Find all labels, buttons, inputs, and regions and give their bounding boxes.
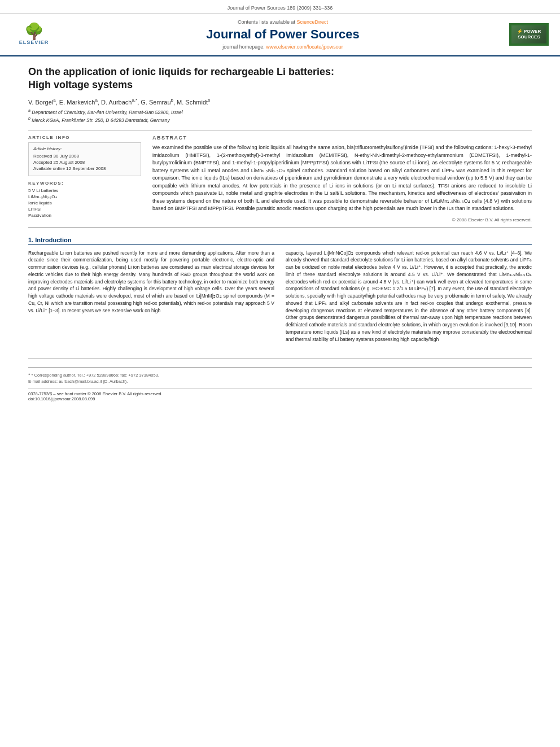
page-footer: * * Corresponding author. Tel.: +972 528… bbox=[28, 359, 532, 384]
author-4: G. Semrau bbox=[141, 98, 170, 105]
email-note: E-mail address: aurbach@mail.biu.ac.il (… bbox=[28, 379, 532, 384]
article-history-label: Article history: bbox=[33, 146, 136, 151]
authors-line: V. Borgela, E. Markevicha, D. Aurbacha,*… bbox=[28, 98, 532, 106]
affiliations: a Department of Chemistry, Bar-Ilan Univ… bbox=[28, 108, 532, 123]
article-history-box: Article history: Received 30 July 2008 A… bbox=[28, 142, 141, 176]
journal-banner: 🌳 ELSEVIER Contents lists available at S… bbox=[0, 14, 560, 56]
journal-homepage-line: journal homepage: www.elsevier.com/locat… bbox=[56, 44, 509, 50]
introduction-body: Rechargeable Li ion batteries are pushed… bbox=[28, 250, 532, 348]
sciencedirect-line: Contents lists available at ScienceDirec… bbox=[56, 19, 509, 25]
abstract-heading: ABSTRACT bbox=[152, 135, 532, 141]
intro-col-right: capacity, layered Li[MnNiCo]O₂ compounds… bbox=[286, 250, 532, 348]
journal-homepage-url[interactable]: www.elsevier.com/locate/jpowsour bbox=[266, 44, 343, 50]
journal-center-info: Contents lists available at ScienceDirec… bbox=[56, 19, 509, 50]
keywords-section: Keywords: 5 V Li batteries LiMn₁.₅Ni₀.₅O… bbox=[28, 181, 141, 218]
keyword-3: Ionic liquids bbox=[28, 200, 141, 206]
intro-para-1: Rechargeable Li ion batteries are pushed… bbox=[28, 250, 274, 314]
article-info-heading: ARTICLE INFO bbox=[28, 135, 141, 140]
divider-2 bbox=[28, 227, 532, 228]
keyword-2: LiMn₁.₅Ni₀.₅O₄ bbox=[28, 194, 141, 199]
author-2: E. Markevich bbox=[59, 98, 95, 105]
divider-1 bbox=[28, 130, 532, 130]
available-date: Available online 12 September 2008 bbox=[33, 166, 136, 171]
introduction-title: 1. Introduction bbox=[28, 237, 532, 245]
issn-doi-line: 0378-7753/$ – see front matter © 2008 El… bbox=[28, 388, 532, 401]
corresponding-author-note: * * Corresponding author. Tel.: +972 528… bbox=[28, 372, 532, 378]
elsevier-tree-icon: 🌳 bbox=[11, 24, 56, 40]
introduction-section: 1. Introduction Rechargeable Li ion batt… bbox=[28, 237, 532, 348]
issn-line: 0378-7753/$ – see front matter © 2008 El… bbox=[28, 391, 532, 396]
author-5: M. Schmidt bbox=[177, 98, 208, 105]
keyword-4: LiTFSI bbox=[28, 207, 141, 212]
elsevier-logo: 🌳 ELSEVIER bbox=[11, 24, 56, 45]
article-title: On the application of ionic liquids for … bbox=[28, 65, 532, 92]
copyright-line: © 2008 Elsevier B.V. All rights reserved… bbox=[152, 217, 532, 222]
doi-line: doi:10.1016/j.jpowsour.2008.08.099 bbox=[28, 396, 532, 401]
elsevier-label: ELSEVIER bbox=[11, 40, 56, 45]
power-sources-logo-inner: ⚡ POWERSOURCES bbox=[511, 25, 546, 43]
article-info-abstract-section: ARTICLE INFO Article history: Received 3… bbox=[28, 135, 532, 222]
keywords-heading: Keywords: bbox=[28, 181, 141, 186]
keywords-list: 5 V Li batteries LiMn₁.₅Ni₀.₅O₄ Ionic li… bbox=[28, 188, 141, 218]
affiliation-b: b Merck KGaA, Frankfurter Str. 250, D 64… bbox=[28, 116, 532, 123]
abstract-column: ABSTRACT We examined the possible use of… bbox=[152, 135, 532, 222]
journal-title-banner: Journal of Power Sources bbox=[56, 27, 509, 42]
power-sources-label: ⚡ POWERSOURCES bbox=[514, 29, 544, 40]
journal-reference-bar: Journal of Power Sources 189 (2009) 331–… bbox=[0, 0, 560, 14]
journal-ref-text: Journal of Power Sources 189 (2009) 331–… bbox=[228, 5, 333, 11]
star-icon: * bbox=[28, 372, 30, 378]
sciencedirect-link[interactable]: ScienceDirect bbox=[297, 19, 329, 25]
received-date: Received 30 July 2008 bbox=[33, 154, 136, 159]
footer-divider bbox=[28, 367, 532, 368]
author-1: V. Borgel bbox=[28, 98, 53, 105]
affiliation-a: a Department of Chemistry, Bar-Ilan Univ… bbox=[28, 108, 532, 115]
accepted-date: Accepted 25 August 2008 bbox=[33, 160, 136, 165]
abstract-text: We examined the possible use of the foll… bbox=[152, 144, 532, 213]
keyword-1: 5 V Li batteries bbox=[28, 188, 141, 193]
power-sources-logo: ⚡ POWERSOURCES bbox=[509, 23, 549, 45]
main-content: On the application of ionic liquids for … bbox=[0, 56, 560, 413]
article-info-column: ARTICLE INFO Article history: Received 3… bbox=[28, 135, 141, 222]
keyword-5: Passivation bbox=[28, 213, 141, 218]
intro-para-2: capacity, layered Li[MnNiCo]O₂ compounds… bbox=[286, 250, 532, 343]
intro-col-left: Rechargeable Li ion batteries are pushed… bbox=[28, 250, 274, 348]
article-info-section: ARTICLE INFO Article history: Received 3… bbox=[28, 135, 141, 176]
author-3: D. Aurbach bbox=[101, 98, 132, 105]
